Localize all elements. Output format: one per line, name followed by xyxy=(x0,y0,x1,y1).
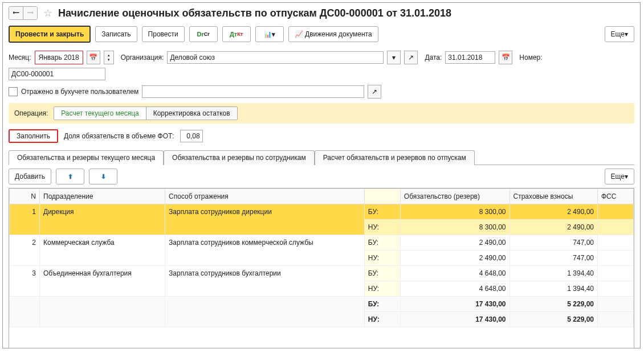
reflected-input[interactable] xyxy=(142,85,364,98)
cell-reserve: 4 648,00 xyxy=(400,266,510,281)
org-input[interactable]: Деловой союз xyxy=(167,51,384,64)
more-label: Еще xyxy=(611,30,625,38)
cell-n: 1 xyxy=(10,204,40,235)
operation-label: Операция: xyxy=(14,109,48,117)
reflected-open-button[interactable]: ↗ xyxy=(368,85,381,98)
cell-n: 3 xyxy=(10,266,40,297)
cell-reserve: 2 490,00 xyxy=(400,251,510,266)
number-input[interactable]: ДС00-000001 xyxy=(9,68,105,80)
tabs: Обязательства и резервы текущего месяца … xyxy=(9,150,634,165)
cell-reserve: 2 490,00 xyxy=(400,235,510,251)
cell-ins: 2 490,00 xyxy=(510,204,597,220)
document-title: Начисление оценочных обязательств по отп… xyxy=(58,7,451,19)
cell-ins: 2 490,00 xyxy=(510,220,597,235)
grid[interactable]: N Подразделение Способ отражения Обязате… xyxy=(9,188,634,348)
save-button[interactable]: Записать xyxy=(95,26,137,42)
cell-bu: НУ: xyxy=(364,220,400,235)
cell-bu: БУ: xyxy=(364,266,400,281)
cell-dept: Дирекция xyxy=(40,204,165,235)
cell-dept: Объединенная бухгалтерия xyxy=(40,266,165,297)
forward-button[interactable]: 🠖 xyxy=(23,7,37,19)
operation-current-month[interactable]: Расчет текущего месяца xyxy=(54,107,146,120)
dtkt-kt-button[interactable]: ДтКт xyxy=(222,26,251,42)
more-button[interactable]: Еще ▾ xyxy=(605,26,634,42)
tab-current-month[interactable]: Обязательства и резервы текущего месяца xyxy=(9,150,164,165)
date-input[interactable]: 31.01.2018 xyxy=(445,51,495,64)
grid-more-label: Еще xyxy=(611,173,625,180)
dtkt-dr-button[interactable]: DrCr xyxy=(189,26,218,42)
cell-method: Зарплата сотрудников бухгалтерии xyxy=(165,266,365,297)
grid-more-button[interactable]: Еще ▾ xyxy=(605,169,634,184)
operation-correction[interactable]: Корректировка остатков xyxy=(146,107,237,120)
org-dropdown-button[interactable]: ▾ xyxy=(387,51,401,64)
col-dept[interactable]: Подразделение xyxy=(40,189,165,204)
cell-ins: 747,00 xyxy=(510,251,597,266)
month-label: Месяц: xyxy=(9,54,31,61)
total-row: БУ:17 430,005 229,00 xyxy=(10,297,634,312)
col-ins[interactable]: Страховые взносы xyxy=(510,189,597,204)
share-value: 0,08 xyxy=(186,132,199,140)
post-and-close-button[interactable]: Провести и закрыть xyxy=(9,26,91,43)
reports-button[interactable]: 📊▾ xyxy=(255,26,284,42)
cell-fss xyxy=(598,220,634,235)
grid-table: N Подразделение Способ отражения Обязате… xyxy=(9,188,634,327)
movements-button[interactable]: 📈 Движения документа xyxy=(288,26,378,42)
col-bu[interactable] xyxy=(364,189,400,204)
month-calendar-icon[interactable]: 📅 xyxy=(87,51,100,64)
share-input[interactable]: 0,08 xyxy=(180,130,203,142)
col-reserve[interactable]: Обязательство (резерв) xyxy=(400,189,510,204)
table-row[interactable]: 2Коммерческая службаЗарплата сотрудников… xyxy=(10,235,634,251)
col-n[interactable]: N xyxy=(10,189,40,204)
table-row[interactable]: 3Объединенная бухгалтерияЗарплата сотруд… xyxy=(10,266,634,281)
move-down-button[interactable]: ⬇ xyxy=(89,169,117,184)
cell-reserve: 4 648,00 xyxy=(400,281,510,297)
org-value: Деловой союз xyxy=(170,54,214,61)
cell-fss xyxy=(598,251,634,266)
cell-fss xyxy=(598,235,634,251)
cell-fss xyxy=(598,281,634,297)
fill-row: Заполнить Доля обязательств в объеме ФОТ… xyxy=(3,126,640,146)
reflected-label: Отражено в бухучете пользователем xyxy=(21,88,138,96)
org-open-button[interactable]: ↗ xyxy=(404,51,418,64)
cell-n: 2 xyxy=(10,235,40,266)
favorite-icon[interactable]: ☆ xyxy=(43,7,52,19)
cell-bu: НУ: xyxy=(364,281,400,297)
month-input[interactable]: Январь 2018 xyxy=(35,51,83,64)
move-up-button[interactable]: ⬆ xyxy=(56,169,84,184)
nav-buttons: 🠔 🠖 xyxy=(9,6,38,20)
operation-segments: Расчет текущего месяца Корректировка ост… xyxy=(54,106,237,120)
cell-ins: 747,00 xyxy=(510,235,597,251)
cell-bu: БУ: xyxy=(364,235,400,251)
date-calendar-icon[interactable]: 📅 xyxy=(499,51,512,64)
add-row-button[interactable]: Добавить xyxy=(9,169,51,184)
share-label: Доля обязательств в объеме ФОТ: xyxy=(64,132,174,140)
cell-reserve: 8 300,00 xyxy=(400,204,510,220)
cell-fss xyxy=(598,266,634,281)
number-label: Номер: xyxy=(519,54,542,61)
org-label: Организация: xyxy=(121,54,164,61)
titlebar: 🠔 🠖 ☆ Начисление оценочных обязательств … xyxy=(3,3,640,23)
fill-button[interactable]: Заполнить xyxy=(9,129,58,143)
tab-by-employees[interactable]: Обязательства и резервы по сотрудникам xyxy=(164,150,315,165)
col-method[interactable]: Способ отражения xyxy=(165,189,365,204)
number-value: ДС00-000001 xyxy=(11,70,54,78)
cell-fss xyxy=(598,204,634,220)
tab-calculation[interactable]: Расчет обязательств и резервов по отпуск… xyxy=(315,150,475,165)
date-label: Дата: xyxy=(425,54,442,61)
cell-method: Зарплата сотрудников дирекции xyxy=(165,204,365,235)
post-button[interactable]: Провести xyxy=(142,26,185,42)
cell-ins: 1 394,40 xyxy=(510,266,597,281)
header-row-2: Отражено в бухучете пользователем ↗ xyxy=(3,83,640,101)
cell-reserve: 8 300,00 xyxy=(400,220,510,235)
month-value: Январь 2018 xyxy=(39,54,79,61)
date-value: 31.01.2018 xyxy=(448,54,482,61)
reflected-checkbox[interactable] xyxy=(9,87,18,96)
movements-label: Движения документа xyxy=(305,30,372,38)
cell-ins: 1 394,40 xyxy=(510,281,597,297)
month-spinner[interactable]: ▲▼ xyxy=(104,51,114,64)
table-row[interactable]: 1ДирекцияЗарплата сотрудников дирекцииБУ… xyxy=(10,204,634,220)
document-window: 🠔 🠖 ☆ Начисление оценочных обязательств … xyxy=(2,2,641,348)
col-fss[interactable]: ФСС xyxy=(598,189,634,204)
cell-method: Зарплата сотрудников коммерческой службы xyxy=(165,235,365,266)
back-button[interactable]: 🠔 xyxy=(9,7,23,19)
